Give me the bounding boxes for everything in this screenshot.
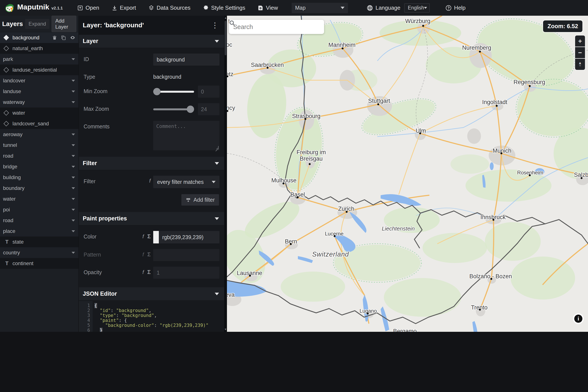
city-dot bbox=[419, 132, 421, 134]
help-button[interactable]: Help bbox=[446, 4, 466, 11]
sidebar-layer-waterway[interactable]: waterway bbox=[0, 97, 78, 108]
color-input[interactable]: rgb(239,239,239) bbox=[153, 231, 219, 244]
section-layer[interactable]: Layer bbox=[79, 34, 224, 48]
sidebar-layer-state[interactable]: Tstate bbox=[0, 236, 78, 247]
zoom-in-button[interactable]: + bbox=[575, 36, 585, 47]
resize-handle[interactable] bbox=[215, 146, 219, 150]
zoom-out-button[interactable]: − bbox=[575, 47, 585, 58]
sidebar-layer-park[interactable]: park bbox=[0, 54, 78, 64]
sidebar-layer-landuse[interactable]: landuse bbox=[0, 86, 78, 97]
sigma-icon[interactable]: Σ bbox=[147, 251, 151, 258]
section-filter-title: Filter bbox=[83, 160, 215, 167]
max-zoom-input[interactable]: 24 bbox=[198, 103, 219, 115]
slider-knob[interactable] bbox=[187, 106, 194, 113]
sidebar-layer-tunnel[interactable]: tunnel bbox=[0, 140, 78, 150]
add-layer-button[interactable]: Add Layer bbox=[51, 16, 76, 32]
sigma-icon[interactable]: Σ bbox=[147, 233, 151, 240]
id-input[interactable]: background bbox=[153, 54, 219, 66]
section-layer-title: Layer bbox=[83, 38, 215, 44]
scroll-up-arrow[interactable]: ▲ bbox=[224, 16, 227, 19]
sigma-icon[interactable]: Σ bbox=[147, 269, 151, 276]
min-zoom-input[interactable]: 0 bbox=[198, 86, 219, 98]
sidebar-layer-water[interactable]: water bbox=[0, 194, 78, 204]
map-label: Regensburg bbox=[513, 79, 545, 85]
filter-combinator-select[interactable]: every filter matches bbox=[153, 176, 219, 188]
tilt-control-button[interactable]: ▲▼ bbox=[575, 59, 585, 70]
section-paint[interactable]: Paint properties bbox=[79, 212, 224, 225]
sidebar-layer-landcover_sand[interactable]: landcover_sand bbox=[0, 118, 78, 129]
scrollbar-thumb[interactable] bbox=[225, 21, 227, 55]
sidebar-layer-poi[interactable]: poi bbox=[0, 204, 78, 215]
max-zoom-slider[interactable] bbox=[153, 103, 194, 115]
sidebar-layer-country[interactable]: country bbox=[0, 247, 78, 258]
data-sources-label: Data Sources bbox=[157, 4, 191, 11]
pattern-input[interactable] bbox=[153, 249, 219, 261]
visibility-icon[interactable] bbox=[70, 35, 75, 40]
sidebar-layer-place[interactable]: place bbox=[0, 226, 78, 236]
app-version: v2.1.1 bbox=[51, 6, 63, 10]
comments-textarea[interactable]: Comment... bbox=[153, 121, 219, 150]
city-dot bbox=[267, 67, 269, 69]
section-filter[interactable]: Filter bbox=[79, 157, 224, 170]
fx-icon[interactable]: f bbox=[149, 178, 151, 184]
opacity-input[interactable]: 1 bbox=[153, 267, 219, 279]
layer-type-fill-icon bbox=[3, 35, 9, 40]
chevron-down-icon bbox=[215, 218, 219, 220]
chevron-down-icon bbox=[72, 176, 75, 178]
color-swatch[interactable] bbox=[153, 231, 159, 244]
city-dot bbox=[346, 211, 348, 213]
map-label: Liechtenstein bbox=[382, 225, 415, 232]
section-json[interactable]: JSON Editor bbox=[79, 287, 224, 300]
sidebar-layer-aeroway[interactable]: aeroway bbox=[0, 129, 78, 140]
sidebar-layer-boundary[interactable]: boundary bbox=[0, 183, 78, 194]
map-label: oc bbox=[227, 42, 232, 48]
layers-panel: Layers Expand Add Layer backgroundnatura… bbox=[0, 16, 79, 332]
sidebar-layer-road[interactable]: road bbox=[0, 150, 78, 161]
style-settings-label: Style Settings bbox=[211, 4, 245, 11]
duplicate-layer-icon[interactable] bbox=[61, 35, 66, 40]
export-button[interactable]: Export bbox=[112, 4, 136, 11]
style-settings-button[interactable]: Style Settings bbox=[203, 4, 245, 11]
map-search-box[interactable]: Search bbox=[229, 20, 324, 34]
city-dot bbox=[422, 25, 424, 27]
help-icon bbox=[446, 5, 452, 11]
sidebar-layer-road[interactable]: road bbox=[0, 215, 78, 226]
slider-knob[interactable] bbox=[153, 88, 161, 95]
id-label: ID bbox=[84, 54, 133, 62]
view-button[interactable]: View bbox=[258, 4, 278, 11]
kebab-menu-icon[interactable]: ⋮ bbox=[211, 24, 219, 26]
maputnik-app: Maputnik v2.1.1 Open Export Data Sources… bbox=[0, 0, 588, 332]
sidebar-layer-landuse_residential[interactable]: landuse_residential bbox=[0, 64, 78, 75]
sidebar-layer-continent[interactable]: Tcontinent bbox=[0, 258, 78, 269]
chevron-down-icon bbox=[72, 90, 75, 92]
add-filter-button[interactable]: Add filter bbox=[181, 194, 219, 206]
fx-icon[interactable]: f bbox=[142, 252, 144, 258]
data-sources-button[interactable]: Data Sources bbox=[149, 4, 191, 11]
editor-scrollbar[interactable]: ▲ ▼ bbox=[224, 16, 227, 332]
delete-layer-icon[interactable] bbox=[52, 35, 57, 40]
sidebar-layer-landcover[interactable]: landcover bbox=[0, 75, 78, 86]
min-zoom-slider[interactable] bbox=[153, 86, 194, 98]
sidebar-layer-water[interactable]: water bbox=[0, 108, 78, 118]
expand-button[interactable]: Expand bbox=[25, 19, 49, 29]
sidebar-layer-natural_earth[interactable]: natural_earth bbox=[0, 43, 78, 54]
layer-type-fill-icon bbox=[3, 67, 9, 72]
language-select[interactable]: English bbox=[404, 4, 430, 12]
attribution-info-button[interactable]: i bbox=[573, 313, 584, 324]
section-json-title: JSON Editor bbox=[83, 290, 215, 297]
open-button[interactable]: Open bbox=[77, 4, 99, 11]
scroll-down-arrow[interactable]: ▼ bbox=[224, 328, 227, 331]
city-dot bbox=[479, 309, 481, 311]
sidebar-layer-building[interactable]: building bbox=[0, 172, 78, 183]
layer-label: road bbox=[3, 218, 72, 224]
view-select[interactable]: Map bbox=[292, 3, 348, 13]
sidebar-layer-background[interactable]: background bbox=[0, 32, 78, 43]
map-label: Stuttgart bbox=[368, 98, 390, 104]
fx-icon[interactable]: f bbox=[142, 234, 144, 240]
sidebar-layer-bridge[interactable]: bridge bbox=[0, 161, 78, 172]
fx-icon[interactable]: f bbox=[142, 269, 144, 275]
map-viewport[interactable]: Search Zoom: 6.52 + − ▲▼ i bourgocWürzbu… bbox=[227, 16, 588, 332]
type-field-row: Type background bbox=[79, 71, 224, 80]
layer-label: landcover bbox=[3, 78, 72, 84]
chevron-down-icon bbox=[72, 198, 75, 200]
